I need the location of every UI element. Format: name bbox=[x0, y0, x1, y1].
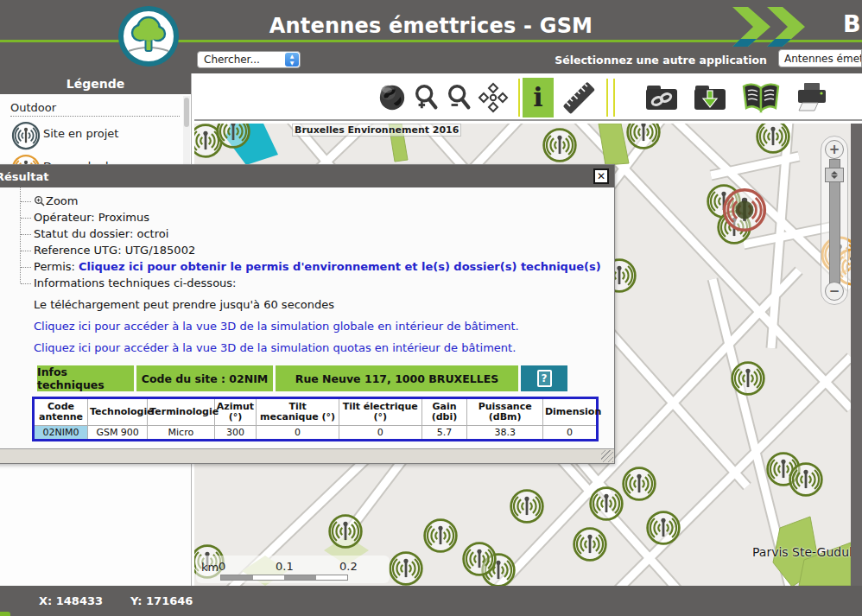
site-code-cell: Code du site : 02NIM bbox=[136, 365, 273, 391]
bottom-corner-accent bbox=[0, 612, 10, 616]
legend-title: Légende bbox=[0, 73, 191, 94]
tree-item-status: Statut du dossier: octroi bbox=[20, 225, 614, 242]
legend-group-outdoor: Outdoor bbox=[10, 101, 180, 117]
antenna-marker-selected[interactable] bbox=[720, 186, 769, 234]
help-icon: ? bbox=[537, 370, 552, 387]
toolbar-separator bbox=[613, 79, 615, 117]
antenna-table: Code antenne Technologie Terminologie Az… bbox=[32, 397, 599, 441]
select-app-label: Sélectionnez une autre application bbox=[555, 54, 767, 67]
antenna-marker-green[interactable] bbox=[541, 126, 579, 164]
legend-item-site-en-projet: Site en projet bbox=[10, 120, 186, 151]
result-popup: Résultat ✕ Zoom Opérateur: Proximus Stat… bbox=[0, 164, 615, 464]
print-icon bbox=[795, 81, 829, 114]
popup-title: Résultat bbox=[0, 170, 48, 183]
coordinate-y: Y: 171646 bbox=[130, 594, 193, 607]
globe-button[interactable] bbox=[377, 83, 407, 112]
antenna-marker-green[interactable] bbox=[571, 525, 609, 563]
antenna-marker-green[interactable] bbox=[754, 124, 792, 156]
tree-item-permit: Permis: Cliquez ici pour obtenir le perm… bbox=[20, 258, 614, 275]
map-toolbar: i bbox=[194, 76, 862, 121]
scale-unit: km bbox=[201, 561, 219, 574]
site-info-header: Infos techniques Code du site : 02NIM Ru… bbox=[37, 365, 614, 391]
close-icon[interactable]: ✕ bbox=[593, 168, 609, 184]
link-folder-icon bbox=[644, 83, 679, 112]
infos-techniques-cell: Infos techniques bbox=[37, 365, 134, 391]
tree-item-operator: Opérateur: Proximus bbox=[20, 209, 614, 225]
help-button[interactable]: ? bbox=[521, 365, 567, 391]
antenna-marker-green[interactable] bbox=[460, 540, 498, 578]
pan-button[interactable] bbox=[478, 82, 509, 113]
antenna-code-cell[interactable]: 02NIM0 bbox=[34, 426, 88, 441]
antenna-marker-green[interactable] bbox=[620, 465, 658, 503]
tree-item-reference: Reference UTG: UTG/185002 bbox=[20, 242, 614, 258]
scale-tick: 0 bbox=[219, 560, 225, 573]
zoom-slider: + − bbox=[821, 136, 848, 305]
map-copyright: Bruxelles Environnement 2016 bbox=[292, 124, 461, 137]
status-bar: X: 148433 Y: 171646 bbox=[0, 586, 862, 616]
antenna-marker-green[interactable] bbox=[387, 549, 425, 586]
measure-button[interactable] bbox=[559, 78, 599, 117]
print-button[interactable] bbox=[795, 81, 829, 114]
legend-item-label: Site en projet bbox=[43, 127, 118, 140]
identify-button[interactable]: i bbox=[523, 78, 554, 117]
scale-bar: km 0 0.1 0.2 bbox=[196, 556, 390, 583]
download-folder-icon bbox=[693, 83, 727, 112]
zoom-in-icon bbox=[412, 83, 441, 112]
col-header: Gain (dbi) bbox=[421, 398, 467, 426]
col-header: Tilt mecanique (°) bbox=[257, 398, 339, 426]
popup-horizontal-scrollbar[interactable] bbox=[0, 448, 614, 463]
address-cell: Rue Neuve 117, 1000 BRUXELLES bbox=[276, 365, 518, 391]
antenna-icon bbox=[10, 120, 41, 151]
application-select[interactable]: Antennes émettric bbox=[778, 49, 862, 67]
right-panel-strip bbox=[851, 124, 862, 586]
table-header-row: Code antenne Technologie Terminologie Az… bbox=[34, 398, 598, 426]
result-tree: Zoom Opérateur: Proximus Statut du dossi… bbox=[20, 193, 614, 291]
zoom-slider-handle[interactable] bbox=[825, 168, 844, 182]
link-3d-global[interactable]: Cliquez ici pour accéder à la vue 3D de … bbox=[34, 320, 614, 333]
select-stepper-icon: ▲▼ bbox=[285, 53, 299, 67]
antenna-marker-green[interactable] bbox=[214, 124, 252, 150]
zoom-in-slider-button[interactable]: + bbox=[825, 140, 844, 159]
zoom-in-button[interactable] bbox=[412, 83, 441, 112]
zoom-out-slider-button[interactable]: − bbox=[825, 282, 844, 301]
antenna-marker-green[interactable] bbox=[421, 517, 460, 555]
antenna-marker-green[interactable] bbox=[644, 509, 682, 547]
map-place-label: Parvis Ste-Gudule bbox=[752, 545, 851, 559]
toolbar-separator bbox=[518, 79, 520, 117]
antenna-marker-green[interactable] bbox=[787, 460, 825, 499]
tree-item-zoom[interactable]: Zoom bbox=[20, 193, 614, 209]
scale-tick: 0.2 bbox=[339, 560, 358, 573]
brand-chevrons-icon bbox=[731, 7, 810, 48]
col-header: Code antenne bbox=[34, 398, 88, 426]
scale-tick: 0.1 bbox=[276, 560, 294, 573]
share-link-button[interactable] bbox=[644, 83, 679, 112]
toolbar-separator bbox=[606, 79, 608, 117]
antenna-marker-green[interactable] bbox=[624, 124, 662, 151]
zoom-tool-icon bbox=[34, 195, 45, 206]
table-row: 02NIM0 GSM 900 Micro 300 0 0 5.7 38.3 0 bbox=[34, 426, 598, 441]
col-header: Puissance (dBm) bbox=[467, 398, 542, 426]
app-window: Antennes émettrices - GSM B Chercher... … bbox=[0, 0, 862, 616]
col-header: Terminologie bbox=[148, 398, 214, 426]
antenna-marker-green[interactable] bbox=[587, 485, 625, 523]
book-icon bbox=[741, 82, 781, 113]
antenna-marker-green[interactable] bbox=[729, 359, 767, 397]
search-select[interactable]: Chercher... ▲▼ bbox=[197, 51, 301, 68]
tree-item-infos: Informations techniques ci-dessous: bbox=[20, 275, 614, 291]
ruler-icon bbox=[559, 78, 599, 117]
popup-resize-grip[interactable] bbox=[601, 450, 613, 462]
header: Antennes émettrices - GSM B Chercher... … bbox=[0, 0, 862, 73]
documentation-button[interactable] bbox=[741, 82, 781, 113]
popup-titlebar[interactable]: Résultat ✕ bbox=[0, 165, 614, 187]
link-3d-quotas[interactable]: Cliquez ici pour accéder à la vue 3D de … bbox=[34, 341, 614, 354]
col-header: Azimut (°) bbox=[214, 398, 257, 426]
zoom-out-icon bbox=[445, 83, 474, 112]
popup-body: Zoom Opérateur: Proximus Statut du dossi… bbox=[0, 187, 614, 449]
coordinate-x: X: 148433 bbox=[39, 594, 103, 607]
antenna-marker-green[interactable] bbox=[326, 512, 364, 550]
permit-link[interactable]: Cliquez ici pour obtenir le permis d'env… bbox=[79, 260, 601, 273]
download-button[interactable] bbox=[693, 83, 727, 112]
antenna-marker-green[interactable] bbox=[508, 487, 546, 525]
download-notice: Le téléchargement peut prendre jusqu'à 6… bbox=[34, 298, 614, 311]
zoom-out-button[interactable] bbox=[445, 83, 474, 112]
